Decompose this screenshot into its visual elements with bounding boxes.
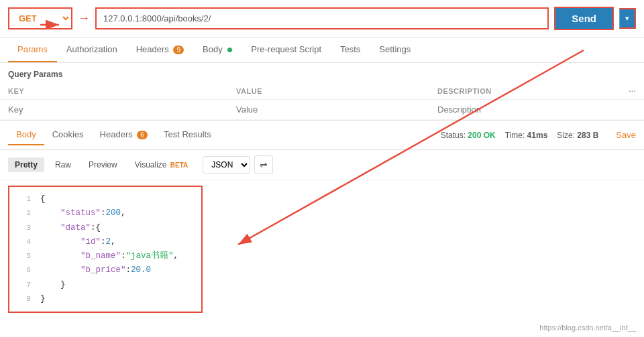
res-tab-body[interactable]: Body: [8, 125, 44, 145]
tab-tests[interactable]: Tests: [331, 38, 370, 62]
col-header-value: VALUE: [228, 83, 429, 100]
status-value: 200 OK: [468, 131, 495, 140]
tab-settings[interactable]: Settings: [370, 38, 420, 62]
res-headers-badge: 6: [137, 131, 148, 139]
response-bar: Body Cookies Headers 6 Test Results Stat…: [0, 120, 644, 150]
tab-params[interactable]: Params: [8, 38, 57, 62]
status-label: Status: 200 OK: [441, 131, 496, 140]
col-header-desc: DESCRIPTION: [429, 83, 621, 100]
json-code-area: 1 { 2 "status": 200, 3 "data": { 4 "id":…: [8, 186, 203, 313]
code-line-1: 1 {: [17, 192, 193, 206]
top-bar: GET POST PUT DELETE → Send ▾: [0, 0, 644, 38]
wrap-icon[interactable]: ⇌: [254, 155, 273, 174]
fmt-visualize-button[interactable]: Visualize BETA: [128, 157, 195, 172]
code-line-5: 5 "b_name": "java书籍",: [17, 249, 193, 263]
body-dot: [227, 48, 232, 52]
send-dropdown-button[interactable]: ▾: [619, 8, 636, 29]
watermark: https://blog.csdn.net/a__int__: [539, 324, 636, 332]
res-tab-headers[interactable]: Headers 6: [92, 125, 156, 145]
code-line-4: 4 "id": 2,: [17, 235, 193, 249]
col-header-more: ···: [621, 83, 644, 100]
size-label: Size: 283 B: [557, 131, 598, 140]
headers-badge: 9: [173, 46, 184, 54]
col-header-key: KEY: [0, 83, 228, 100]
time-value: 41ms: [527, 131, 548, 140]
code-line-6: 6 "b_price": 20.0: [17, 263, 193, 277]
fmt-raw-button[interactable]: Raw: [48, 157, 78, 172]
table-row: [0, 100, 644, 120]
format-bar: Pretty Raw Preview Visualize BETA JSON X…: [0, 150, 644, 180]
code-line-3: 3 "data": {: [17, 221, 193, 235]
fmt-pretty-button[interactable]: Pretty: [8, 157, 44, 172]
code-line-7: 7 }: [17, 278, 193, 292]
tab-authorization[interactable]: Authorization: [57, 38, 127, 62]
key-input[interactable]: [8, 105, 220, 115]
fmt-preview-button[interactable]: Preview: [82, 157, 124, 172]
code-line-2: 2 "status": 200,: [17, 206, 193, 220]
response-status: Status: 200 OK Time: 41ms Size: 283 B Sa…: [441, 130, 636, 140]
arrow-right-icon: →: [78, 11, 90, 25]
url-input[interactable]: [95, 7, 549, 29]
beta-badge: BETA: [170, 161, 188, 169]
res-tab-testresults[interactable]: Test Results: [156, 125, 219, 145]
tab-body[interactable]: Body: [193, 38, 241, 62]
res-tab-cookies[interactable]: Cookies: [44, 125, 92, 145]
value-input[interactable]: [236, 105, 421, 115]
time-label: Time: 41ms: [505, 131, 548, 140]
code-line-8: 8 }: [17, 292, 193, 306]
params-table: KEY VALUE DESCRIPTION ···: [0, 83, 644, 120]
format-select[interactable]: JSON XML Text: [203, 156, 250, 174]
send-button[interactable]: Send: [554, 7, 614, 30]
size-value: 283 B: [577, 131, 598, 140]
method-select[interactable]: GET POST PUT DELETE: [8, 7, 72, 29]
save-response-button[interactable]: Save: [616, 130, 636, 140]
tab-headers[interactable]: Headers 9: [127, 38, 193, 62]
query-params-label: Query Params: [0, 63, 644, 83]
tab-prerequest[interactable]: Pre-request Script: [241, 38, 331, 62]
request-tabs: Params Authorization Headers 9 Body Pre-…: [0, 38, 644, 63]
desc-input[interactable]: [437, 105, 612, 115]
